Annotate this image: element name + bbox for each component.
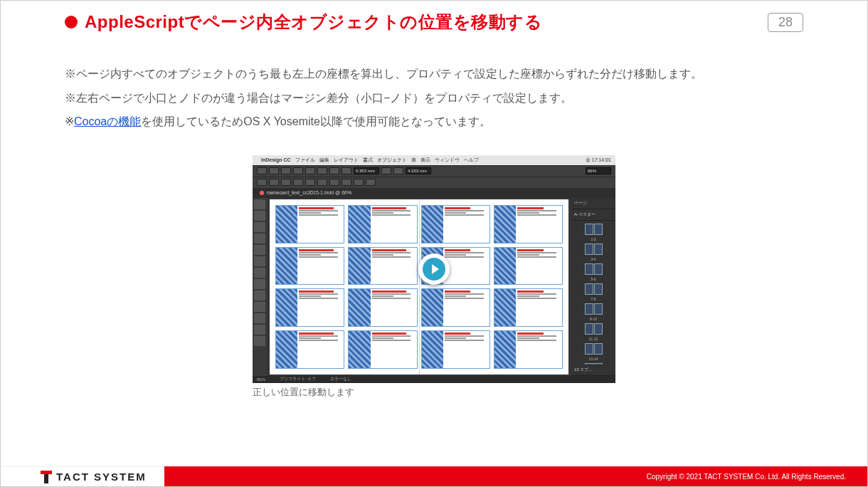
tool-icon <box>254 279 265 289</box>
page-spread <box>585 303 603 315</box>
tool-icon <box>254 199 265 209</box>
toolbar-button <box>305 167 315 174</box>
toolbar-field: 0.353 mm <box>354 167 379 174</box>
namecard <box>275 247 344 286</box>
title-bullet <box>65 16 78 28</box>
menu-object: オブジェクト <box>377 157 407 164</box>
pages-panel-header: ページ <box>571 198 615 209</box>
namecard <box>275 288 344 327</box>
toolbar-button <box>269 179 279 186</box>
toolbar-button <box>329 167 339 174</box>
toolbar-button <box>257 179 267 186</box>
tool-icon <box>254 290 265 300</box>
zoom-field: 66% <box>586 167 611 174</box>
namecard <box>494 247 563 286</box>
page-label: 13-14 <box>589 357 598 361</box>
svg-rect-1 <box>44 474 48 483</box>
page-spread <box>585 244 603 255</box>
slide-footer: TACT SYSTEM Copyright © 2021 TACT SYSTEM… <box>1 466 867 486</box>
toolbar-button <box>317 179 327 186</box>
toolbar-button <box>381 167 391 174</box>
menu-view: 表示 <box>420 157 430 164</box>
toolbar-button <box>329 179 339 186</box>
page-label: 9-10 <box>590 317 597 321</box>
namecard <box>421 330 490 369</box>
page-label: 5-6 <box>591 277 596 281</box>
app-toolbar-2 <box>253 177 615 188</box>
svg-rect-0 <box>41 471 52 474</box>
page-spread <box>585 224 603 235</box>
tact-logo-text: TACT SYSTEM <box>56 471 147 483</box>
tact-logo-icon <box>41 471 52 483</box>
tool-icon <box>254 234 265 244</box>
pages-panel-master: A-マスター <box>571 209 615 221</box>
toolbar-button <box>281 179 291 186</box>
toolbar-button <box>257 167 267 174</box>
toolbar-button <box>305 179 315 186</box>
app-toolbar-1: 0.353 mm 4.233 mm 66% <box>253 165 615 177</box>
status-zoom: 86% <box>257 377 265 382</box>
play-button[interactable] <box>418 253 450 285</box>
desc-line-3: ※Cocoaの機能を使用しているためOS X Yosemite以降で使用可能とな… <box>65 110 803 134</box>
tool-icon <box>254 256 265 266</box>
page-spread <box>585 323 603 335</box>
menu-window: ウィンドウ <box>435 157 460 164</box>
status-errors: エラーなし <box>330 376 351 382</box>
pages-count: 13 スプ... <box>571 365 615 376</box>
figure-caption: 正しい位置に移動します <box>253 383 615 399</box>
tool-icon <box>254 268 265 278</box>
tool-palette <box>253 198 267 376</box>
tool-icon <box>254 245 265 255</box>
namecard <box>421 205 490 244</box>
toolbar-button <box>342 179 351 186</box>
app-name: InDesign CC <box>261 157 291 162</box>
tool-icon <box>254 211 265 221</box>
video-thumbnail[interactable]: InDesign CC ファイル 編集 レイアウト 書式 オブジェクト 表 表示… <box>253 155 615 383</box>
toolbar-button <box>293 167 303 174</box>
toolbar-button <box>393 167 403 174</box>
page-label: 11-12 <box>589 337 598 341</box>
copyright-text: Copyright © 2021 TACT SYSTEM Co. Ltd. Al… <box>647 473 846 481</box>
toolbar-button <box>317 167 327 174</box>
document-tab-label: namecard_text_cc2015-1.indd @ 66% <box>267 190 351 195</box>
namecard <box>348 288 417 327</box>
namecard <box>275 330 344 369</box>
namecard <box>348 247 417 286</box>
description-block: ※ページ内すべてのオブジェクトのうち最も左上の座標を算出し、プロパティで設定した… <box>1 33 867 134</box>
menu-file: ファイル <box>295 157 315 164</box>
menu-help: ヘルプ <box>464 157 479 164</box>
namecard <box>494 288 563 327</box>
page-label: 7-8 <box>591 297 596 301</box>
traffic-light-close-icon <box>260 191 264 195</box>
page-spread <box>585 343 603 355</box>
namecard <box>348 205 417 244</box>
menu-layout: レイアウト <box>334 157 359 164</box>
toolbar-button <box>269 167 279 174</box>
mac-menubar: InDesign CC ファイル 編集 レイアウト 書式 オブジェクト 表 表示… <box>253 155 615 165</box>
toolbar-button <box>354 179 364 186</box>
desc-line-2: ※左右ページで小口とノドのが違う場合はマージン差分（小口−ノド）をプロパティで設… <box>65 86 803 110</box>
namecard <box>275 205 344 244</box>
status-bar: 86% プリフライト: オフ エラーなし <box>253 376 615 383</box>
page-spread <box>585 263 603 275</box>
play-icon <box>432 264 439 274</box>
page-label: 1-2 <box>591 237 596 241</box>
document-canvas <box>270 199 568 375</box>
document-tab: namecard_text_cc2015-1.indd @ 66% <box>253 188 615 198</box>
menu-edit: 編集 <box>319 157 329 164</box>
namecard <box>494 330 563 369</box>
desc-line-1: ※ページ内すべてのオブジェクトのうち最も左上の座標を算出し、プロパティで設定した… <box>65 62 803 86</box>
tool-icon <box>254 222 265 232</box>
toolbar-field: 4.233 mm <box>406 167 431 174</box>
namecard <box>421 288 490 327</box>
toolbar-button <box>342 167 351 174</box>
menubar-clock: 金 17:14:01 <box>586 157 611 164</box>
toolbar-button <box>281 167 291 174</box>
pages-panel: ページ A-マスター 1-2 3-4 5-6 7-8 9-10 11-12 <box>571 198 615 376</box>
page-spread <box>585 283 603 295</box>
desc-line-3-prefix: ※ <box>65 115 74 127</box>
cocoa-link[interactable]: Cocoaの機能 <box>74 115 141 127</box>
toolbar-button <box>366 179 376 186</box>
page-number: 28 <box>768 13 803 32</box>
namecard <box>494 205 563 244</box>
